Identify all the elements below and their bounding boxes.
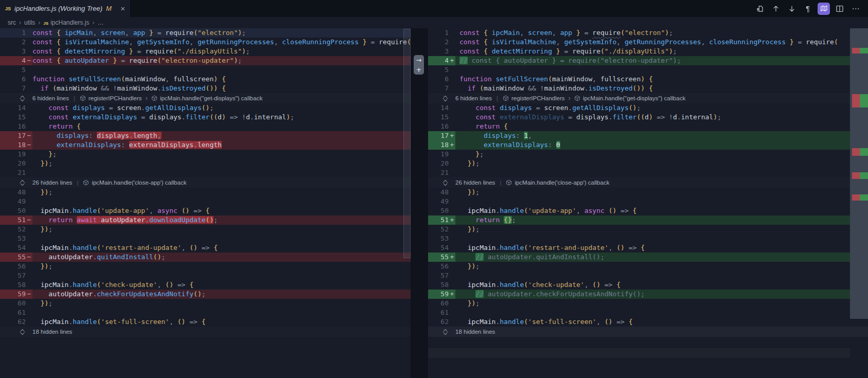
hidden-lines-row[interactable]: 26 hidden lines|ipcMain.handle('close-ap… (428, 177, 868, 188)
code-line-original-62[interactable]: 62 ipcMain.handle('set-full-screen', () … (0, 317, 411, 327)
code-line-modified-61[interactable]: 61 (428, 308, 868, 317)
code-line-original-51[interactable]: 51− return await autoUpdater.downloadUpd… (0, 215, 411, 225)
code-line-modified-62[interactable]: 62 ipcMain.handle('set-full-screen', () … (428, 317, 868, 327)
code-line-original-20[interactable]: 20 }); (0, 159, 411, 168)
code-line-original-52[interactable]: 52 }); (0, 225, 411, 234)
code-line-original-48[interactable]: 48 }); (0, 188, 411, 197)
code-line-original-14[interactable]: 14 const displays = screen.getAllDisplay… (0, 103, 411, 113)
code-line-original-21[interactable]: 21 (0, 168, 411, 177)
code-line-modified-58[interactable]: 58 ipcMain.handle('check-update', () => … (428, 280, 868, 290)
code-line-original-16[interactable]: 16 return { (0, 122, 411, 131)
hidden-lines-row[interactable]: 26 hidden lines|ipcMain.handle('close-ap… (0, 177, 411, 188)
code-line-original-56[interactable]: 56 }); (0, 262, 411, 271)
code-line-modified-6[interactable]: 6function setFullScreen(mainWindow, full… (428, 75, 868, 84)
code-line-modified-16[interactable]: 16 return { (428, 122, 868, 131)
split-editor-button[interactable] (834, 3, 846, 15)
hidden-lines-count[interactable]: 18 hidden lines (32, 327, 72, 337)
code-line-modified-1[interactable]: 1const { ipcMain, screen, app } = requir… (428, 28, 868, 38)
next-change-button[interactable] (786, 3, 798, 15)
code-line-original-1[interactable]: 1const { ipcMain, screen, app } = requir… (0, 28, 411, 38)
hidden-lines-count[interactable]: 6 hidden lines (455, 93, 492, 103)
hidden-lines-count[interactable]: 18 hidden lines (455, 327, 495, 337)
overview-ruler[interactable] (850, 28, 868, 319)
hidden-lines-row[interactable]: 6 hidden lines|registerIPCHandlers›ipcMa… (0, 93, 411, 103)
swap-sides-button[interactable] (754, 3, 766, 15)
code-line-modified-21[interactable]: 21 (428, 168, 868, 177)
code-line-original-59[interactable]: 59− autoUpdater.checkForUpdatesAndNotify… (0, 290, 411, 299)
code-line-original-58[interactable]: 58 ipcMain.handle('check-update', () => … (0, 280, 411, 290)
outline-symbol[interactable]: ipcMain.handle("get-displays") callback (151, 93, 262, 103)
code-line-modified-3[interactable]: 3const { detectMirroring } = require("./… (428, 47, 868, 56)
code-line-modified-14[interactable]: 14 const displays = screen.getAllDisplay… (428, 103, 868, 113)
left-scrollbar-slider[interactable] (403, 29, 411, 258)
close-icon[interactable]: × (120, 5, 125, 12)
outline-symbol[interactable]: ipcMain.handle('close-app') callback (83, 177, 186, 188)
code-line-original-15[interactable]: 15 const externalDisplays = displays.fil… (0, 113, 411, 122)
code-line-original-50[interactable]: 50 ipcMain.handle('update-app', async ()… (0, 206, 411, 215)
hidden-lines-count[interactable]: 26 hidden lines (32, 177, 72, 188)
code-line-modified-52[interactable]: 52 }); (428, 225, 868, 234)
code-line-modified-59[interactable]: 59+ // autoUpdater.checkForUpdatesAndNot… (428, 290, 868, 299)
code-line-original-6[interactable]: 6function setFullScreen(mainWindow, full… (0, 75, 411, 84)
breadcrumb-item[interactable]: JSipcHandlers.js (43, 19, 89, 26)
code-line-modified-50[interactable]: 50 ipcMain.handle('update-app', async ()… (428, 206, 868, 215)
code-line-original-4[interactable]: 4−const { autoUpdater } = require("elect… (0, 56, 411, 65)
unfold-icon[interactable] (428, 179, 455, 186)
code-line-modified-48[interactable]: 48 }); (428, 188, 868, 197)
previous-change-button[interactable] (770, 3, 782, 15)
breadcrumb-item[interactable]: src (8, 19, 16, 26)
code-line-original-60[interactable]: 60 }); (0, 299, 411, 308)
code-line-modified-49[interactable]: 49 (428, 197, 868, 206)
more-actions-button[interactable]: ⋯ (849, 3, 862, 15)
hidden-lines-count[interactable]: 26 hidden lines (455, 177, 495, 188)
code-line-original-49[interactable]: 49 (0, 197, 411, 206)
code-line-modified-4[interactable]: 4+// const { autoUpdater } = require("el… (428, 56, 868, 65)
unfold-icon[interactable] (0, 329, 32, 335)
code-line-original-19[interactable]: 19 }; (0, 150, 411, 159)
code-line-modified-55[interactable]: 55+ // autoUpdater.quitAndInstall(); (428, 253, 868, 262)
tab-ipchandlers[interactable]: JS ipcHandlers.js (Working Tree) M × (0, 0, 131, 17)
unfold-icon[interactable] (0, 179, 32, 186)
outline-symbol[interactable]: ipcMain.handle('close-app') callback (506, 177, 609, 188)
code-line-modified-53[interactable]: 53 (428, 234, 868, 243)
code-line-original-54[interactable]: 54 ipcMain.handle('restart-and-update', … (0, 243, 411, 253)
breadcrumb-item[interactable]: utils (24, 19, 35, 26)
code-line-modified-2[interactable]: 2const { isVirtualMachine, getSystemInfo… (428, 38, 868, 47)
code-line-modified-56[interactable]: 56 }); (428, 262, 868, 271)
code-line-original-53[interactable]: 53 (0, 234, 411, 243)
code-line-modified-20[interactable]: 20 }); (428, 159, 868, 168)
unfold-icon[interactable] (428, 329, 455, 335)
outline-symbol[interactable]: registerIPCHandlers (80, 93, 142, 103)
code-line-modified-17[interactable]: 17+ displays: 1, (428, 131, 868, 140)
hidden-lines-row[interactable]: 18 hidden lines (428, 327, 868, 337)
code-line-original-5[interactable]: 5 (0, 65, 411, 75)
horizontal-scrollbar[interactable] (428, 348, 850, 358)
code-line-original-55[interactable]: 55− autoUpdater.quitAndInstall(); (0, 253, 411, 262)
outline-symbol[interactable]: ipcMain.handle("get-displays") callback (574, 93, 685, 103)
code-line-modified-60[interactable]: 60 }); (428, 299, 868, 308)
code-line-modified-51[interactable]: 51+ return {}; (428, 215, 868, 225)
code-line-original-57[interactable]: 57 (0, 271, 411, 280)
code-line-modified-19[interactable]: 19 }; (428, 150, 868, 159)
accept-block-button[interactable]: + (414, 65, 424, 75)
hidden-lines-count[interactable]: 6 hidden lines (32, 93, 69, 103)
code-line-modified-5[interactable]: 5 (428, 65, 868, 75)
code-line-modified-18[interactable]: 18+ externalDisplays: 0 (428, 140, 868, 150)
code-line-original-7[interactable]: 7 if (mainWindow && !mainWindow.isDestro… (0, 84, 411, 93)
hidden-lines-row[interactable]: 6 hidden lines|registerIPCHandlers›ipcMa… (428, 93, 868, 103)
unfold-icon[interactable] (428, 95, 455, 102)
code-line-modified-15[interactable]: 15 const externalDisplays = displays.fil… (428, 113, 868, 122)
outline-symbol[interactable]: registerIPCHandlers (503, 93, 565, 103)
code-line-original-17[interactable]: 17− displays: displays.length, (0, 131, 411, 140)
code-line-original-3[interactable]: 3const { detectMirroring } = require("./… (0, 47, 411, 56)
unfold-icon[interactable] (0, 95, 32, 102)
revert-block-button[interactable]: → (414, 55, 424, 65)
show-whitespace-toggle[interactable]: ¶ (802, 3, 814, 15)
code-line-modified-54[interactable]: 54 ipcMain.handle('restart-and-update', … (428, 243, 868, 253)
hidden-lines-row[interactable]: 18 hidden lines (0, 327, 411, 337)
code-line-modified-57[interactable]: 57 (428, 271, 868, 280)
code-line-original-61[interactable]: 61 (0, 308, 411, 317)
code-line-original-18[interactable]: 18− externalDisplays: externalDisplays.l… (0, 140, 411, 150)
breadcrumb-item[interactable]: … (98, 19, 104, 26)
collapse-unchanged-regions-toggle[interactable] (818, 3, 830, 15)
